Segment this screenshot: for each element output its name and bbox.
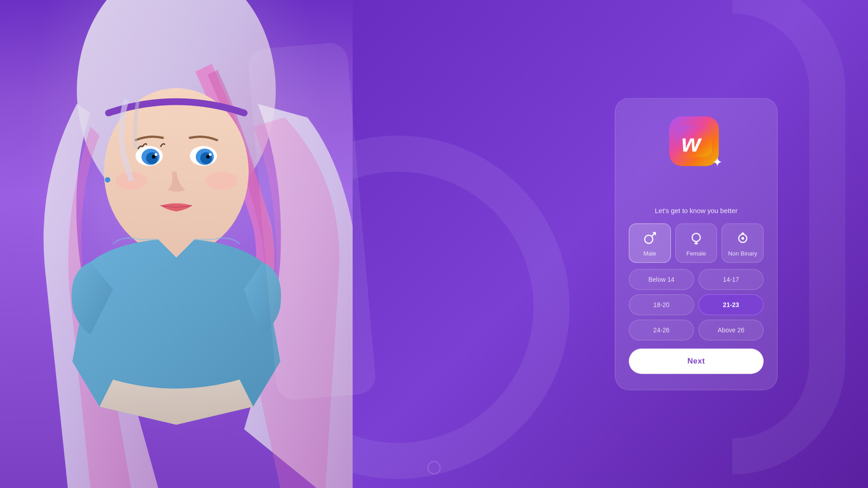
age-label-21-23: 21-23	[723, 301, 739, 309]
svg-point-19	[645, 235, 653, 244]
age-btn-24-26[interactable]: 24-26	[629, 320, 694, 341]
age-btn-18-20[interactable]: 18-20	[629, 295, 694, 315]
svg-point-16	[206, 172, 237, 190]
svg-point-23	[692, 234, 700, 242]
age-label-18-20: 18-20	[653, 301, 670, 309]
gender-btn-female[interactable]: Female	[675, 224, 717, 263]
male-label: Male	[643, 250, 656, 257]
gender-row: Male Female Non Binary	[629, 224, 764, 263]
age-label-24-26: 24-26	[653, 327, 670, 334]
indicator-circle	[427, 461, 441, 474]
logo-container: w ✦	[669, 117, 723, 171]
next-button[interactable]: Next	[629, 349, 764, 374]
age-label-14-17: 14-17	[723, 276, 739, 283]
logo-sparkle: ✦	[712, 155, 722, 170]
gender-btn-male[interactable]: Male	[629, 224, 671, 263]
age-label-below14: Below 14	[648, 276, 675, 283]
svg-text:w: w	[681, 129, 702, 157]
age-btn-21-23[interactable]: 21-23	[698, 295, 764, 315]
female-label: Female	[686, 250, 706, 257]
gender-btn-nonbinary[interactable]: Non Binary	[722, 224, 764, 263]
right-panel: w ✦ Let's get to know you better Male	[615, 98, 778, 390]
svg-point-14	[105, 177, 110, 183]
svg-point-11	[206, 155, 210, 159]
svg-point-10	[152, 155, 156, 159]
svg-point-13	[209, 153, 212, 156]
logo-bg: w ✦	[669, 117, 719, 166]
logo-wrapper: w ✦	[669, 117, 723, 171]
nonbinary-label: Non Binary	[728, 250, 757, 257]
age-grid: Below 14 14-17 18-20 21-23 24-26 Above 2…	[629, 269, 764, 341]
age-btn-14-17[interactable]: 14-17	[698, 269, 764, 290]
bottom-indicator	[427, 461, 441, 474]
nonbinary-icon	[736, 232, 749, 247]
svg-point-12	[155, 153, 157, 156]
age-btn-above26[interactable]: Above 26	[698, 320, 764, 341]
card-subtitle: Let's get to know you better	[629, 207, 764, 215]
svg-point-27	[741, 237, 744, 240]
male-icon	[643, 232, 656, 247]
female-icon	[690, 232, 703, 247]
age-btn-below14[interactable]: Below 14	[629, 269, 694, 290]
age-label-above26: Above 26	[717, 327, 744, 334]
